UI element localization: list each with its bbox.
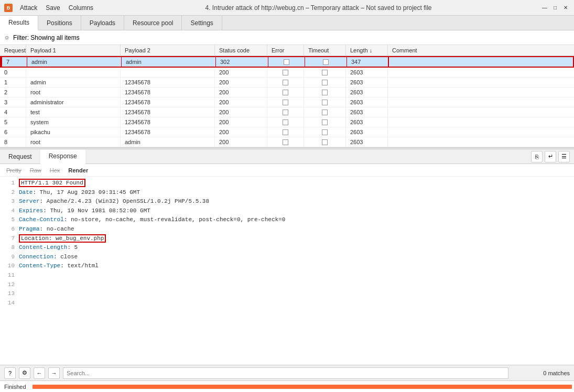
window-title: 4. Intruder attack of http://webug.cn – … — [96, 4, 540, 12]
line-content: Date: Thu, 17 Aug 2023 09:31:45 GMT — [19, 188, 140, 198]
bottom-bar: ? ⚙ ← → 0 matches — [0, 365, 574, 380]
tab-response[interactable]: Response — [40, 149, 85, 164]
copy-to-clipboard-button[interactable]: ⎘ — [531, 151, 543, 162]
menu-columns[interactable]: Columns — [66, 3, 96, 13]
table-row[interactable]: 6 pikachu 12345678 200 2603 — [0, 127, 574, 137]
status-bar: Finished — [0, 380, 574, 392]
error-checkbox[interactable] — [283, 90, 288, 95]
req-resp-tab-bar: Request Response ⎘ ↵ ☰ — [0, 149, 574, 164]
timeout-checkbox[interactable] — [322, 110, 328, 115]
cell-length: 2603 — [346, 107, 388, 117]
tab-settings[interactable]: Settings — [182, 16, 222, 30]
col-error[interactable]: Error — [267, 45, 304, 56]
format-raw[interactable]: Raw — [26, 164, 46, 177]
cell-comment — [388, 127, 574, 137]
cell-payload2: 12345678 — [121, 97, 215, 107]
cell-payload2: 12345678 — [121, 88, 215, 97]
format-hex[interactable]: Hex — [46, 164, 64, 177]
close-button[interactable]: ✕ — [561, 4, 570, 12]
cell-timeout — [304, 68, 346, 77]
cell-payload2: admin — [121, 137, 215, 147]
cell-payload2: 12345678 — [121, 117, 215, 127]
menu-attack[interactable]: Attack — [17, 3, 40, 13]
timeout-checkbox[interactable] — [322, 70, 328, 75]
timeout-checkbox[interactable] — [322, 139, 328, 145]
header-val: : close — [53, 254, 78, 260]
help-button[interactable]: ? — [4, 367, 16, 379]
error-checkbox[interactable] — [283, 100, 288, 105]
timeout-checkbox[interactable] — [322, 80, 328, 85]
format-render[interactable]: Render — [64, 164, 92, 177]
timeout-checkbox[interactable] — [322, 100, 328, 105]
table-row[interactable]: 8 root admin 200 2603 — [0, 137, 574, 147]
cell-length: 2603 — [346, 97, 388, 107]
tab-results[interactable]: Results — [0, 16, 38, 30]
table-row[interactable]: 0 200 2603 — [0, 68, 574, 78]
error-checkbox[interactable] — [283, 70, 288, 75]
table-row[interactable]: 1 admin 12345678 200 2603 — [0, 78, 574, 88]
format-pretty[interactable]: Pretty — [2, 164, 26, 177]
col-timeout[interactable]: Timeout — [304, 45, 346, 56]
line-number: 2 — [4, 188, 15, 198]
header-key: Server — [19, 198, 40, 204]
timeout-checkbox[interactable] — [322, 90, 328, 95]
cell-payload2: 12345678 — [121, 78, 215, 87]
wrap-lines-button[interactable]: ↵ — [545, 151, 556, 162]
error-checkbox[interactable] — [283, 129, 288, 135]
search-input[interactable] — [63, 367, 508, 379]
response-line: 12 — [4, 280, 570, 290]
settings-button[interactable]: ⚙ — [19, 367, 30, 379]
more-options-button[interactable]: ☰ — [558, 151, 570, 162]
header-key: Connection — [19, 254, 53, 260]
tab-resource-pool[interactable]: Resource pool — [124, 16, 182, 30]
header-key: Cache-Control — [19, 216, 64, 223]
col-status[interactable]: Status code — [215, 45, 267, 56]
table-row[interactable]: 2 root 12345678 200 2603 — [0, 88, 574, 97]
timeout-checkbox[interactable] — [322, 119, 328, 125]
col-comment[interactable]: Comment — [388, 45, 574, 56]
cell-comment — [388, 107, 574, 117]
table-row[interactable]: 5 system 12345678 200 2603 — [0, 117, 574, 127]
table-row[interactable]: 4 test 12345678 200 2603 — [0, 107, 574, 117]
col-request[interactable]: Request — [0, 45, 26, 56]
cell-request: 0 — [0, 68, 26, 77]
table-row[interactable]: 7 admin admin 302 347 — [0, 56, 574, 68]
next-button[interactable]: → — [48, 367, 60, 379]
col-payload1[interactable]: Payload 1 — [26, 45, 121, 56]
error-checkbox[interactable] — [283, 110, 288, 115]
maximize-button[interactable]: □ — [551, 4, 559, 12]
cell-payload1 — [26, 68, 121, 77]
req-resp-actions: ⎘ ↵ ☰ — [531, 151, 574, 162]
title-bar: B Attack Save Columns 4. Intruder attack… — [0, 0, 574, 16]
minimize-button[interactable]: — — [540, 4, 549, 12]
col-length[interactable]: Length — [346, 45, 388, 56]
cell-length: 2603 — [346, 137, 388, 147]
menu-save[interactable]: Save — [42, 3, 63, 13]
error-checkbox[interactable] — [283, 119, 288, 125]
table-row[interactable]: 3 administrator 12345678 200 2603 — [0, 97, 574, 107]
error-checkbox[interactable] — [284, 59, 289, 65]
cell-error — [267, 97, 304, 107]
timeout-checkbox[interactable] — [323, 59, 329, 65]
col-payload2[interactable]: Payload 2 — [121, 45, 215, 56]
cell-comment — [388, 88, 574, 97]
cell-timeout — [304, 117, 346, 127]
tab-request[interactable]: Request — [0, 149, 40, 164]
response-line: 3 Server: Apache/2.4.23 (Win32) OpenSSL/… — [4, 197, 570, 206]
response-content: 1 HTTP/1.1 302 Found 2 Date: Thu, 17 Aug… — [0, 177, 574, 365]
line-number: 3 — [4, 197, 15, 206]
cell-request: 1 — [0, 78, 26, 87]
prev-button[interactable]: ← — [34, 367, 45, 379]
timeout-checkbox[interactable] — [322, 129, 328, 135]
cell-request: 2 — [0, 88, 26, 97]
tab-positions[interactable]: Positions — [38, 16, 81, 30]
tab-payloads[interactable]: Payloads — [81, 16, 124, 30]
header-key: Content-Type — [19, 263, 60, 269]
error-checkbox[interactable] — [283, 139, 288, 145]
header-val: : Thu, 17 Aug 2023 09:31:45 GMT — [33, 189, 140, 195]
cell-status: 302 — [216, 57, 268, 67]
cell-timeout — [304, 127, 346, 137]
error-checkbox[interactable] — [283, 80, 288, 85]
cell-status: 200 — [215, 137, 267, 147]
cell-request: 4 — [0, 107, 26, 117]
